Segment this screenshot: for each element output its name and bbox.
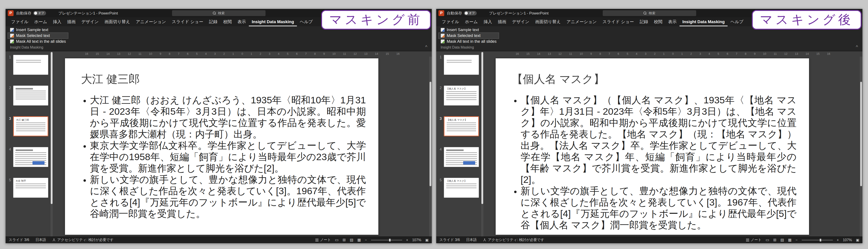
zoom-out-button[interactable]: − <box>796 238 798 242</box>
zoom-level[interactable]: 107% <box>412 238 421 242</box>
collapse-ribbon-icon[interactable]: ^ <box>425 45 427 50</box>
thumbnail-text-lines <box>16 184 46 189</box>
tab-view[interactable]: 表示 <box>235 17 249 26</box>
slide-thumbnail-5[interactable]: 大谷 翔平 <box>13 178 48 198</box>
zoom-in-button[interactable]: + <box>406 238 408 242</box>
tab-slideshow[interactable]: スライド ショー <box>599 17 637 26</box>
collapse-ribbon-icon[interactable]: ^ <box>856 45 858 50</box>
insert-sample-text-button[interactable]: Insert Sample text <box>8 27 68 33</box>
zoom-slider[interactable] <box>371 238 402 242</box>
accessibility-status[interactable]: アクセシビリティ: 検討が必要です <box>52 238 114 242</box>
zoom-slider[interactable] <box>802 238 833 242</box>
slide-title[interactable]: 大江 健三郎 <box>65 58 378 87</box>
bullet-item[interactable]: 【個人名 マスク】（【個人名 マスク】、1935年〈【地名 マスク】年〉1月31… <box>521 94 797 185</box>
normal-view-button[interactable]: ▭ <box>335 238 339 242</box>
mask-selected-text-button[interactable]: Mask Selected text <box>438 33 499 38</box>
autosave-control[interactable]: 自動保存 オフ <box>447 11 477 16</box>
thumbnail-scrollbar[interactable] <box>481 51 484 237</box>
tab-file[interactable]: ファイル <box>8 17 31 26</box>
tab-help[interactable]: ヘルプ <box>727 17 746 26</box>
tab-review[interactable]: 校閲 <box>220 17 235 26</box>
tab-insert[interactable]: 挿入 <box>50 17 64 26</box>
bullet-item[interactable]: 新しい文学の旗手として、豊かな想像力と独特の文体で、現代に深く根ざした作品を次々… <box>90 174 366 219</box>
tab-design[interactable]: デザイン <box>509 17 532 26</box>
accessibility-status[interactable]: アクセシビリティ: 検討が必要です <box>483 238 544 242</box>
mask-all-text-button[interactable]: Mask All text in the all slides <box>8 38 68 44</box>
mask-all-text-button[interactable]: Mask All text in the all slides <box>438 38 499 44</box>
slide-thumbnail-4[interactable] <box>13 147 48 167</box>
tab-draw[interactable]: 描画 <box>495 17 509 26</box>
slide-thumbnail-4[interactable] <box>444 147 479 167</box>
bullet-item[interactable]: 大江 健三郎（おおえ けんざぶろう、1935年〈昭和10年〉1月31日 - 20… <box>90 94 366 140</box>
tab-design[interactable]: デザイン <box>79 17 102 26</box>
slide-body-text[interactable]: 大江 健三郎（おおえ けんざぶろう、1935年〈昭和10年〉1月31日 - 20… <box>65 94 378 219</box>
slideshow-view-button[interactable]: ▦ <box>357 238 361 242</box>
bullet-item[interactable]: 東京大学文学部仏文科卒。学生作家としてデビューして、大学在学中の1958年、短編… <box>90 140 366 174</box>
slide-thumbnail-1[interactable] <box>13 55 48 75</box>
zoom-out-button[interactable]: − <box>365 238 367 242</box>
tab-slideshow[interactable]: スライド ショー <box>169 17 206 26</box>
tab-insight-data-masking[interactable]: Insight Data Masking <box>249 17 297 26</box>
normal-view-button[interactable]: ▭ <box>766 238 769 242</box>
zoom-thumb[interactable] <box>820 239 821 242</box>
autosave-toggle[interactable]: オフ <box>464 11 477 16</box>
reading-view-button[interactable]: ▤ <box>350 238 353 242</box>
thumbnail-scrollbar[interactable] <box>51 51 53 237</box>
tab-record[interactable]: 記録 <box>637 17 651 26</box>
insert-sample-text-label: Insert Sample text <box>447 28 479 32</box>
slide-scrollbar[interactable] <box>429 57 432 237</box>
thumbnail-row-4: 4 <box>7 147 53 167</box>
slide-thumbnail-3[interactable]: 大江 健三郎 <box>13 116 48 136</box>
reading-view-button[interactable]: ▤ <box>780 238 784 242</box>
language-indicator[interactable]: 日本語 <box>35 238 46 242</box>
scrollbar-thumb[interactable] <box>860 82 862 186</box>
search-box[interactable]: 検索 <box>172 10 266 16</box>
tab-insight-data-masking[interactable]: Insight Data Masking <box>680 17 727 26</box>
autosave-toggle[interactable]: オフ <box>33 11 46 16</box>
tab-insert[interactable]: 挿入 <box>481 17 495 26</box>
tab-draw[interactable]: 描画 <box>64 17 79 26</box>
tab-transitions[interactable]: 画面切り替え <box>101 17 133 26</box>
slide-thumbnail-2[interactable] <box>13 85 48 106</box>
slide-canvas[interactable]: 大江 健三郎 大江 健三郎（おおえ けんざぶろう、1935年〈昭和10年〉1月3… <box>65 58 378 235</box>
slide-thumbnail-2[interactable]: 【個人名 マスク】 <box>444 85 479 106</box>
slideshow-view-button[interactable]: ▦ <box>788 238 792 242</box>
slide-thumbnail-5[interactable]: 【個人名 マスク】 <box>444 178 479 198</box>
tab-animations[interactable]: アニメーション <box>563 17 599 26</box>
zoom-level[interactable]: 107% <box>843 238 852 242</box>
fit-slide-to-window-button[interactable]: ▣ <box>425 238 429 242</box>
slide-body-text[interactable]: 【個人名 マスク】（【個人名 マスク】、1935年〈【地名 マスク】年〉1月31… <box>496 94 809 231</box>
tab-review[interactable]: 校閲 <box>651 17 665 26</box>
notes-button[interactable]: ノート <box>315 238 331 242</box>
tab-animations[interactable]: アニメーション <box>133 17 169 26</box>
language-indicator[interactable]: 日本語 <box>466 238 477 242</box>
tab-home[interactable]: ホーム <box>31 17 50 26</box>
tab-help[interactable]: ヘルプ <box>297 17 316 26</box>
autosave-label: 自動保存 <box>16 11 31 16</box>
slide-sorter-view-button[interactable]: ⊞ <box>773 238 776 242</box>
scrollbar-thumb[interactable] <box>482 52 483 204</box>
slide-canvas[interactable]: 【個人名 マスク】 【個人名 マスク】（【個人名 マスク】、1935年〈【地名 … <box>496 58 809 235</box>
slide-thumbnail-1[interactable] <box>444 55 479 75</box>
fit-slide-to-window-button[interactable]: ▣ <box>856 238 859 242</box>
mask-selected-text-button[interactable]: Mask Selected text <box>8 33 68 38</box>
tab-view[interactable]: 表示 <box>665 17 680 26</box>
scrollbar-thumb[interactable] <box>51 52 53 204</box>
scrollbar-thumb[interactable] <box>430 82 431 186</box>
thumbnail-row-3-selected: 3 【個人名 マスク】 <box>438 116 484 136</box>
tab-transitions[interactable]: 画面切り替え <box>532 17 563 26</box>
autosave-control[interactable]: 自動保存 オフ <box>16 11 46 16</box>
tab-file[interactable]: ファイル <box>439 17 462 26</box>
insert-sample-text-button[interactable]: Insert Sample text <box>438 27 499 33</box>
slide-scrollbar[interactable] <box>860 57 862 237</box>
search-box[interactable]: 検索 <box>603 10 696 16</box>
tab-record[interactable]: 記録 <box>206 17 220 26</box>
zoom-in-button[interactable]: + <box>837 238 839 242</box>
zoom-thumb[interactable] <box>389 239 391 242</box>
tab-home[interactable]: ホーム <box>462 17 481 26</box>
notes-button[interactable]: ノート <box>746 238 762 242</box>
bullet-item[interactable]: 新しい文学の旗手として、豊かな想像力と独特の文体で、現代に深く根ざした作品を次々… <box>521 185 797 231</box>
slide-title[interactable]: 【個人名 マスク】 <box>496 58 809 87</box>
slide-sorter-view-button[interactable]: ⊞ <box>343 238 346 242</box>
slide-thumbnail-3[interactable]: 【個人名 マスク】 <box>444 116 479 136</box>
